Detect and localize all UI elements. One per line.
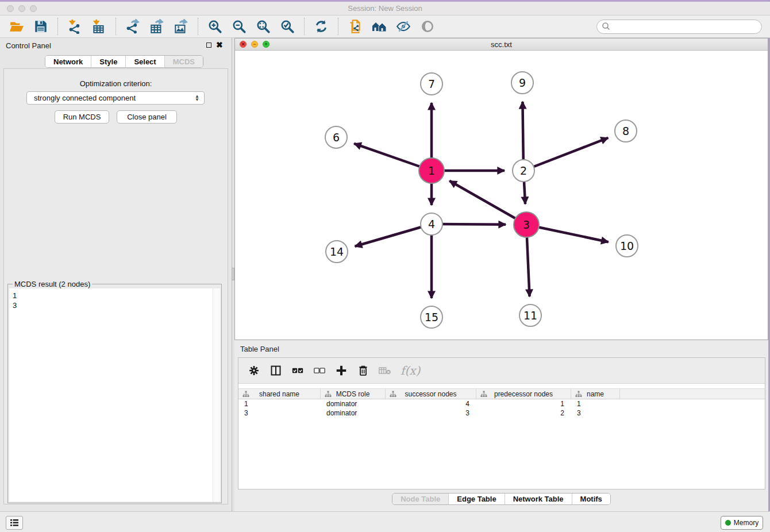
tab-network-table[interactable]: Network Table [505, 494, 572, 504]
control-panel: Control Panel ✖ NetworkStyleSelectMCDS O… [0, 38, 232, 511]
graph-node-10[interactable]: 10 [615, 234, 638, 257]
toolbar-separator [198, 18, 198, 35]
zoom-in-icon[interactable] [207, 18, 223, 34]
graph-node-9[interactable]: 9 [511, 71, 534, 94]
save-session-icon[interactable] [33, 18, 49, 34]
tab-select[interactable]: Select [125, 56, 164, 67]
mcds-panel: Optimization criterion: strongly connect… [3, 68, 228, 504]
add-column-icon[interactable] [334, 363, 349, 378]
control-panel-float-icon[interactable] [206, 43, 211, 48]
toolbar-separator [116, 18, 116, 35]
table-cell[interactable]: 4 [386, 399, 476, 408]
table-cell[interactable]: 1 [238, 399, 321, 408]
network-window: ✕ − + scc.txt 7968124314101511 [234, 38, 768, 340]
graph-edge-2-8[interactable] [523, 138, 608, 171]
table-cell[interactable]: dominator [321, 408, 386, 418]
tab-style[interactable]: Style [91, 56, 125, 67]
column-header-MCDS-role[interactable]: MCDS role [321, 389, 386, 399]
network-overview-houses-icon[interactable] [371, 18, 387, 34]
memory-label: Memory [734, 519, 759, 527]
result-scrollbar[interactable] [213, 288, 220, 502]
optimization-criterion-label: Optimization criterion: [4, 79, 228, 88]
graph-node-11[interactable]: 11 [519, 304, 542, 327]
toolbar-separator [304, 18, 305, 35]
table-cell[interactable]: 3 [386, 408, 476, 418]
table-cell[interactable]: 1 [476, 399, 571, 408]
column-header-predecessor-nodes[interactable]: predecessor nodes [476, 389, 571, 399]
search-input[interactable] [611, 22, 761, 30]
graph-node-3[interactable]: 3 [513, 211, 540, 238]
table-cell[interactable]: 3 [571, 408, 620, 418]
search-box[interactable] [596, 20, 762, 34]
tab-motifs[interactable]: Motifs [572, 494, 610, 504]
hide-panel-eye-slash-icon[interactable] [395, 18, 411, 34]
mcds-result-list[interactable]: 1 3 [9, 288, 220, 502]
mcds-result-title: MCDS result (2 nodes) [13, 280, 92, 288]
table-cell[interactable]: 1 [571, 399, 620, 408]
function-builder-icon: f(x) [399, 363, 420, 378]
close-panel-button[interactable]: Close panel [117, 110, 177, 124]
tab-mcds[interactable]: MCDS [164, 56, 203, 67]
settings-gear-icon[interactable] [247, 363, 261, 378]
criterion-value: strongly connected component [34, 94, 136, 102]
zoom-selected-icon[interactable] [279, 18, 295, 34]
zoom-fit-icon[interactable] [255, 18, 271, 34]
delete-table-icon [378, 363, 392, 378]
table-row[interactable]: 1dominator411 [238, 399, 765, 408]
import-table-icon[interactable] [91, 18, 107, 34]
toolbar-separator [338, 18, 338, 35]
export-network-icon[interactable] [125, 18, 141, 34]
graph-node-6[interactable]: 6 [325, 126, 348, 149]
graph-node-4[interactable]: 4 [420, 213, 443, 236]
column-header-successor-nodes[interactable]: successor nodes [386, 389, 476, 399]
graph-node-2[interactable]: 2 [512, 159, 535, 182]
table-header-row[interactable]: shared nameMCDS rolesuccessor nodesprede… [238, 388, 765, 399]
table-cell[interactable]: 3 [238, 408, 321, 418]
node-table[interactable]: shared nameMCDS rolesuccessor nodesprede… [238, 388, 765, 418]
table-cell[interactable]: dominator [321, 399, 386, 408]
list-icon [10, 519, 19, 527]
inactive-eye-icon[interactable] [419, 18, 436, 34]
tab-network[interactable]: Network [45, 56, 91, 67]
graph-node-14[interactable]: 14 [325, 240, 348, 263]
table-panel-title: Table Panel [240, 345, 279, 353]
table-toolbar: f(x) [238, 358, 765, 384]
node-table-content: f(x) shared nameMCDS rolesuccessor nodes… [238, 357, 765, 489]
table-row[interactable]: 3dominator323 [238, 408, 765, 418]
table-panel: Table Panel ✖ [234, 340, 768, 511]
run-mcds-button[interactable]: Run MCDS [55, 110, 109, 124]
select-all-checkboxes-icon[interactable] [290, 363, 305, 378]
graph-node-8[interactable]: 8 [614, 119, 637, 142]
control-panel-title: Control Panel [6, 41, 51, 50]
mcds-result-group: MCDS result (2 nodes) 1 3 [7, 284, 222, 503]
network-window-title: scc.txt [235, 40, 768, 49]
graph-node-15[interactable]: 15 [420, 306, 443, 329]
memory-button[interactable]: Memory [721, 516, 763, 530]
open-session-icon[interactable] [9, 18, 25, 34]
task-history-button[interactable] [6, 516, 23, 530]
control-panel-tabs: NetworkStyleSelectMCDS [45, 55, 203, 68]
column-header-name[interactable]: name [571, 389, 620, 399]
toolbar-separator [57, 18, 58, 35]
clone-network-icon[interactable] [347, 18, 363, 34]
memory-status-icon [725, 520, 731, 526]
column-layout-icon[interactable] [268, 363, 283, 378]
zoom-out-icon[interactable] [231, 18, 247, 34]
export-image-icon[interactable] [173, 18, 189, 34]
title-bar: Session: New Session [0, 2, 770, 16]
deselect-all-checkboxes-icon[interactable] [312, 363, 327, 378]
graph-node-1[interactable]: 1 [418, 157, 445, 184]
criterion-dropdown[interactable]: strongly connected component ▲▼ [26, 91, 205, 105]
graph-node-7[interactable]: 7 [420, 72, 443, 95]
delete-column-trash-icon[interactable] [356, 363, 371, 378]
network-window-titlebar[interactable]: ✕ − + scc.txt [235, 38, 768, 51]
tab-edge-table[interactable]: Edge Table [448, 494, 504, 504]
export-table-icon[interactable] [149, 18, 165, 34]
column-header-shared-name[interactable]: shared name [238, 389, 321, 399]
table-cell[interactable]: 2 [476, 408, 571, 418]
tab-node-table[interactable]: Node Table [392, 494, 448, 504]
control-panel-close-icon[interactable]: ✖ [216, 40, 223, 49]
import-network-icon[interactable] [67, 18, 83, 34]
refresh-layout-icon[interactable] [313, 18, 329, 34]
network-canvas[interactable]: 7968124314101511 [235, 51, 768, 340]
